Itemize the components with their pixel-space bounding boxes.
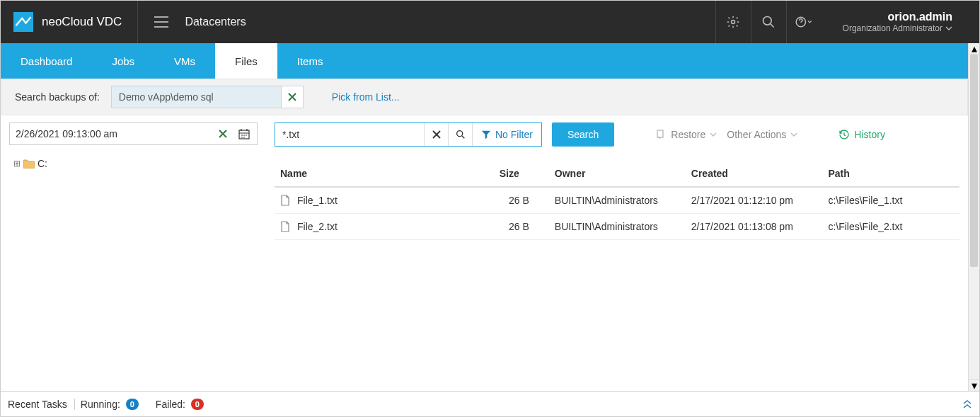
file-icon <box>280 195 290 206</box>
running-label: Running: <box>81 399 120 410</box>
file-created: 2/17/2021 01:12:10 pm <box>686 187 823 214</box>
chevron-down-icon <box>945 26 952 30</box>
file-name: File_1.txt <box>297 195 338 206</box>
filter-icon <box>481 130 491 139</box>
svg-rect-0 <box>13 12 33 32</box>
table-row[interactable]: File_2.txt 26 B BUILTIN\Administrators 2… <box>275 214 959 240</box>
user-role: Organization Administrator <box>843 23 952 33</box>
table-row[interactable]: File_1.txt 26 B BUILTIN\Administrators 2… <box>275 187 959 214</box>
user-name: orion.admin <box>843 11 952 23</box>
nav-datacenters[interactable]: Datacenters <box>185 16 246 28</box>
settings-icon[interactable] <box>715 1 751 43</box>
tab-jobs[interactable]: Jobs <box>92 43 154 79</box>
running-count-badge: 0 <box>126 399 139 410</box>
failed-count-badge: 0 <box>191 399 204 410</box>
other-actions-button[interactable]: Other Actions <box>727 129 797 140</box>
calendar-icon[interactable] <box>237 127 251 141</box>
tree-node-label: C: <box>38 158 47 169</box>
search-button[interactable]: Search <box>552 122 614 147</box>
file-path: c:\Files\File_2.txt <box>822 214 959 240</box>
backup-search-label: Search backups of: <box>15 91 100 103</box>
status-bar: Recent Tasks Running: 0 Failed: 0 <box>1 391 979 416</box>
run-search-icon[interactable] <box>448 123 472 146</box>
folder-icon <box>23 159 35 168</box>
folder-tree: ⊞ C: <box>9 158 258 169</box>
restore-button[interactable]: Restore <box>655 129 717 140</box>
restore-icon <box>655 129 667 140</box>
filter-label: No Filter <box>495 129 533 140</box>
col-size[interactable]: Size <box>494 161 535 187</box>
brand: neoCloud VDC <box>13 1 138 43</box>
tab-files[interactable]: Files <box>215 43 277 79</box>
files-table: Name Size Owner Created Path File_1.txt … <box>275 161 959 240</box>
chevron-down-icon <box>710 132 717 137</box>
help-icon[interactable] <box>786 1 822 43</box>
filter-button[interactable]: No Filter <box>472 123 541 146</box>
restore-point-value: 2/26/2021 09:13:00 am <box>16 128 216 139</box>
expand-icon[interactable]: ⊞ <box>13 159 21 168</box>
brand-logo-icon <box>13 12 33 32</box>
file-size: 26 B <box>494 187 535 214</box>
file-size: 26 B <box>494 214 535 240</box>
collapse-status-icon[interactable] <box>962 400 972 409</box>
file-created: 2/17/2021 01:13:08 pm <box>686 214 823 240</box>
left-pane: 2/26/2021 09:13:00 am ⊞ C: <box>1 122 266 391</box>
col-owner[interactable]: Owner <box>535 161 686 187</box>
main-tabs: Dashboard Jobs VMs Files Items <box>1 43 968 79</box>
topbar: neoCloud VDC Datacenters orion.admin Org… <box>1 1 979 43</box>
menu-icon[interactable] <box>154 16 169 28</box>
file-toolbar: No Filter Search Restore Other Actions H… <box>275 122 959 147</box>
col-path[interactable]: Path <box>822 161 959 187</box>
file-path: c:\Files\File_1.txt <box>822 187 959 214</box>
col-created[interactable]: Created <box>686 161 823 187</box>
search-icon[interactable] <box>751 1 786 43</box>
restore-point-field[interactable]: 2/26/2021 09:13:00 am <box>9 122 258 145</box>
right-pane: No Filter Search Restore Other Actions H… <box>266 122 968 391</box>
pick-from-list-link[interactable]: Pick from List... <box>332 91 400 103</box>
tab-vms[interactable]: VMs <box>154 43 215 79</box>
backup-search-bar: Search backups of: Pick from List... <box>1 79 968 115</box>
file-owner: BUILTIN\Administrators <box>535 214 686 240</box>
clear-source-button[interactable] <box>281 86 304 108</box>
file-search-group: No Filter <box>275 122 542 147</box>
svg-point-1 <box>732 21 735 24</box>
svg-rect-6 <box>657 130 663 137</box>
topbar-actions: orion.admin Organization Administrator <box>715 1 967 43</box>
user-block[interactable]: orion.admin Organization Administrator <box>822 11 967 33</box>
clear-search-icon[interactable] <box>424 123 448 146</box>
file-name: File_2.txt <box>297 221 338 232</box>
tab-items[interactable]: Items <box>277 43 343 79</box>
svg-point-2 <box>763 17 772 25</box>
col-name[interactable]: Name <box>275 161 494 187</box>
main-content: 2/26/2021 09:13:00 am ⊞ C: <box>1 122 968 391</box>
tab-dashboard[interactable]: Dashboard <box>1 43 92 79</box>
tree-node-c[interactable]: ⊞ C: <box>13 158 258 169</box>
file-owner: BUILTIN\Administrators <box>535 187 686 214</box>
backup-source-field <box>111 86 304 108</box>
failed-label: Failed: <box>156 399 185 410</box>
history-icon <box>838 129 850 140</box>
chevron-down-icon <box>790 132 797 137</box>
recent-tasks-label[interactable]: Recent Tasks <box>8 399 75 410</box>
brand-name: neoCloud VDC <box>42 15 122 29</box>
scrollbar[interactable]: ▴ ▾ <box>968 43 979 391</box>
clear-date-icon[interactable] <box>216 127 230 141</box>
file-search-input[interactable] <box>275 123 424 146</box>
history-button[interactable]: History <box>838 129 885 140</box>
svg-point-5 <box>456 131 462 137</box>
file-icon <box>280 221 290 232</box>
backup-source-input[interactable] <box>111 86 281 108</box>
